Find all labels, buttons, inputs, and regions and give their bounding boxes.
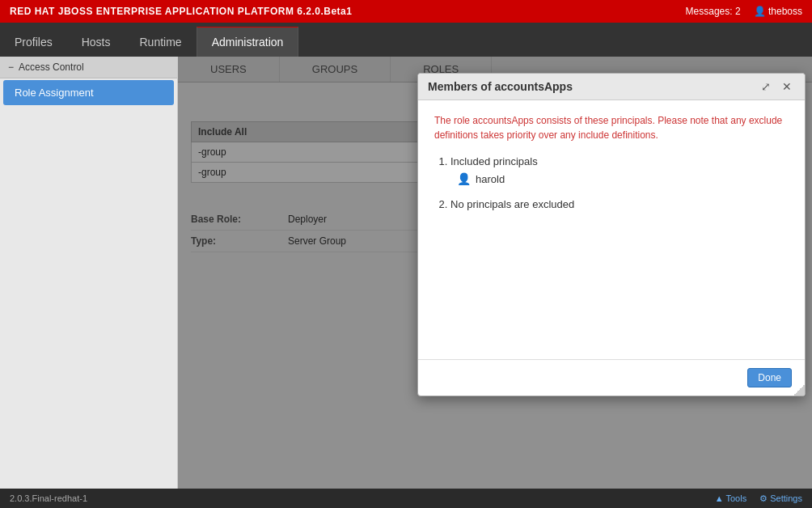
no-excluded-label: No principals are excluded — [450, 198, 574, 210]
modal-header-actions: ⤢ ✕ — [758, 80, 795, 93]
excluded-principals-section: No principals are excluded — [450, 198, 789, 210]
top-bar-right: Messages: 2 👤 theboss — [686, 6, 802, 17]
modal-body: The role accountsApps consists of these … — [418, 100, 805, 359]
app-container: RED HAT JBOSS ENTERPRISE APPLICATION PLA… — [0, 0, 812, 508]
modal-footer: Done — [418, 359, 805, 396]
top-bar: RED HAT JBOSS ENTERPRISE APPLICATION PLA… — [0, 0, 812, 23]
app-title: RED HAT JBOSS ENTERPRISE APPLICATION PLA… — [10, 6, 352, 17]
included-principals-label: Included principals — [450, 155, 538, 167]
settings-link[interactable]: ⚙ Settings — [759, 493, 802, 504]
user-icon: 👤 — [754, 6, 766, 17]
status-bar-right: ▲ Tools ⚙ Settings — [715, 493, 802, 504]
modal-sections-list: Included principals 👤 harold No principa… — [434, 155, 789, 210]
modal-title: Members of accountsApps — [428, 80, 573, 93]
status-bar: 2.0.3.Final-redhat-1 ▲ Tools ⚙ Settings — [0, 489, 812, 508]
modal-resize-handle[interactable] — [793, 384, 805, 396]
principal-user-icon: 👤 — [457, 172, 471, 185]
nav-tabs: Profiles Hosts Runtime Administration — [0, 23, 812, 57]
modal-expand-button[interactable]: ⤢ — [758, 80, 774, 93]
principal-harold[interactable]: 👤 harold — [450, 172, 789, 185]
members-modal: Members of accountsApps ⤢ ✕ The role acc… — [417, 73, 806, 396]
modal-header: Members of accountsApps ⤢ ✕ — [418, 74, 805, 100]
sidebar: − Access Control Role Assignment — [0, 57, 178, 489]
minus-icon: − — [8, 61, 14, 73]
version-label: 2.0.3.Final-redhat-1 — [10, 493, 87, 503]
messages-indicator[interactable]: Messages: 2 — [686, 6, 741, 17]
user-menu[interactable]: 👤 theboss — [754, 6, 802, 17]
modal-close-button[interactable]: ✕ — [779, 80, 795, 93]
sidebar-section-access-control[interactable]: − Access Control — [0, 57, 177, 78]
included-principals-section: Included principals 👤 harold — [450, 155, 789, 185]
tab-administration[interactable]: Administration — [197, 27, 299, 57]
tab-runtime[interactable]: Runtime — [125, 27, 196, 57]
main-layout: − Access Control Role Assignment USERS G… — [0, 57, 812, 489]
sidebar-section-label: Access Control — [19, 61, 84, 73]
tools-link[interactable]: ▲ Tools — [715, 493, 746, 504]
sidebar-item-label: Role Assignment — [15, 87, 94, 99]
sidebar-item-role-assignment[interactable]: Role Assignment — [3, 80, 174, 105]
tab-hosts[interactable]: Hosts — [67, 27, 125, 57]
modal-info-text: The role accountsApps consists of these … — [434, 113, 789, 142]
user-label: theboss — [768, 6, 802, 17]
content-area: USERS GROUPS ROLES Members Add Remove In… — [178, 57, 812, 489]
done-button[interactable]: Done — [747, 368, 792, 387]
tab-profiles[interactable]: Profiles — [0, 27, 67, 57]
principal-name: harold — [476, 173, 505, 185]
